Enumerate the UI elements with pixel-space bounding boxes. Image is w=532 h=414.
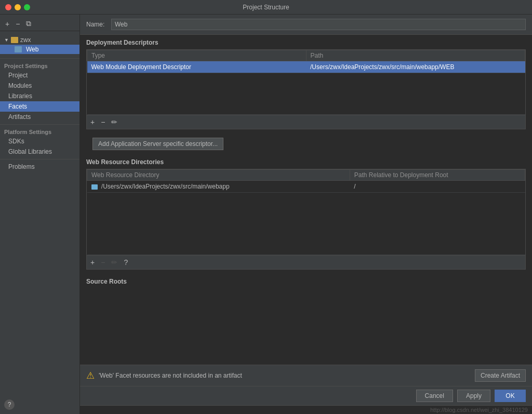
deployment-descriptors-toolbar: + − ✏ (86, 115, 526, 129)
web-resource-table-wrapper: Web Resource Directory Path Relative to … (86, 169, 526, 256)
sidebar-item-problems[interactable]: Problems (0, 162, 79, 172)
warning-icon: ⚠ (86, 370, 95, 381)
web-resource-title: Web Resource Directories (86, 158, 526, 166)
sidebar-item-project[interactable]: Project (0, 70, 79, 81)
source-roots-title: Source Roots (86, 278, 526, 285)
sidebar: + − ⧉ ▼ zwx Web Project Settings Project… (0, 15, 80, 414)
folder-icon (91, 184, 98, 190)
sidebar-item-artifacts[interactable]: Artifacts (0, 112, 79, 122)
add-button[interactable]: + (4, 19, 10, 29)
dd-remove-button[interactable]: − (99, 117, 107, 127)
project-settings-label: Project Settings (0, 61, 79, 70)
copy-button[interactable]: ⧉ (25, 19, 32, 29)
main-layout: + − ⧉ ▼ zwx Web Project Settings Project… (0, 15, 532, 414)
table-row[interactable]: Web Module Deployment Descriptor /Users/… (87, 61, 525, 73)
name-input[interactable] (111, 19, 526, 30)
col-path-relative: Path Relative to Deployment Root (350, 170, 525, 181)
web-resource-section: Web Resource Directories Web Resource Di… (80, 158, 532, 274)
url-bar: http://blog.csdn.net/wei_zhi_38410129 (80, 405, 532, 414)
tree-arrow-icon: ▼ (4, 37, 9, 43)
deployment-descriptors-table: Type Path Web Module Deployment Descript (87, 50, 525, 115)
deployment-descriptors-title: Deployment Descriptors (86, 39, 526, 46)
web-resource-toolbar: + − ✏ ? (86, 256, 526, 270)
deployment-descriptors-table-wrapper: Type Path Web Module Deployment Descript (86, 49, 526, 115)
titlebar: Project Structure (0, 0, 532, 15)
cell-path: /Users/zwx/IdeaProjects/zwx/src/main/web… (306, 61, 525, 73)
source-roots-section: Source Roots (80, 274, 532, 292)
add-descriptor-container: Add Application Server specific descript… (80, 133, 532, 158)
divider-2 (0, 124, 79, 125)
content-area: Name: Deployment Descriptors Type (80, 15, 532, 414)
divider-1 (0, 58, 79, 59)
module-tree: ▼ zwx Web (0, 33, 79, 56)
sidebar-item-libraries[interactable]: Libraries (0, 91, 79, 101)
add-descriptor-button[interactable]: Add Application Server specific descript… (92, 138, 223, 150)
dd-edit-button[interactable]: ✏ (110, 117, 119, 127)
wr-add-button[interactable]: + (89, 258, 96, 267)
col-web-resource-dir: Web Resource Directory (87, 170, 350, 181)
tree-root-label: zwx (20, 36, 31, 44)
sidebar-item-modules[interactable]: Modules (0, 81, 79, 91)
cancel-button[interactable]: Cancel (416, 390, 453, 402)
table-row[interactable]: /Users/zwx/IdeaProjects/zwx/src/main/web… (87, 181, 525, 193)
web-resource-table: Web Resource Directory Path Relative to … (87, 169, 525, 255)
wr-help-button[interactable]: ? (122, 258, 129, 267)
tree-root-item[interactable]: ▼ zwx (0, 35, 79, 45)
tree-child-label: Web (26, 46, 38, 53)
sidebar-item-global-libraries[interactable]: Global Libraries (0, 146, 79, 157)
cell-web-dir: /Users/zwx/IdeaProjects/zwx/src/main/web… (87, 181, 350, 193)
cell-type: Web Module Deployment Descriptor (87, 61, 307, 73)
create-artifact-button[interactable]: Create Artifact (475, 369, 526, 382)
dialog-buttons: Cancel Apply OK (80, 386, 532, 405)
dd-add-button[interactable]: + (89, 117, 96, 127)
bottom-bar: ⚠ 'Web' Facet resources are not included… (80, 365, 532, 414)
col-type: Type (87, 50, 307, 61)
divider-3 (0, 159, 79, 159)
tree-child-item[interactable]: Web (0, 45, 79, 54)
warning-bar: ⚠ 'Web' Facet resources are not included… (80, 365, 532, 386)
sidebar-item-facets[interactable]: Facets (0, 101, 79, 112)
close-button[interactable] (5, 4, 11, 10)
name-label: Name: (86, 21, 107, 28)
platform-settings-label: Platform Settings (0, 127, 79, 136)
maximize-button[interactable] (24, 4, 30, 10)
web-icon (15, 46, 22, 52)
warning-text: 'Web' Facet resources are not included i… (99, 372, 471, 379)
folder-icon (11, 37, 18, 43)
help-button[interactable]: ? (4, 399, 15, 410)
sidebar-item-sdks[interactable]: SDKs (0, 136, 79, 146)
wr-remove-button[interactable]: − (99, 258, 107, 267)
sidebar-bottom: ? (0, 395, 79, 414)
remove-button[interactable]: − (15, 19, 21, 29)
window-controls[interactable] (5, 4, 30, 10)
name-row: Name: (80, 15, 532, 35)
col-path: Path (306, 50, 525, 61)
sidebar-toolbar: + − ⧉ (0, 17, 79, 31)
window-title: Project Structure (243, 4, 289, 11)
cell-path-rel: / (350, 181, 525, 193)
apply-button[interactable]: Apply (457, 390, 490, 402)
deployment-descriptors-section: Deployment Descriptors Type Path (80, 35, 532, 133)
minimize-button[interactable] (15, 4, 21, 10)
ok-button[interactable]: OK (495, 390, 526, 402)
wr-edit-button[interactable]: ✏ (110, 258, 119, 267)
content-scroll: Deployment Descriptors Type Path (80, 35, 532, 365)
